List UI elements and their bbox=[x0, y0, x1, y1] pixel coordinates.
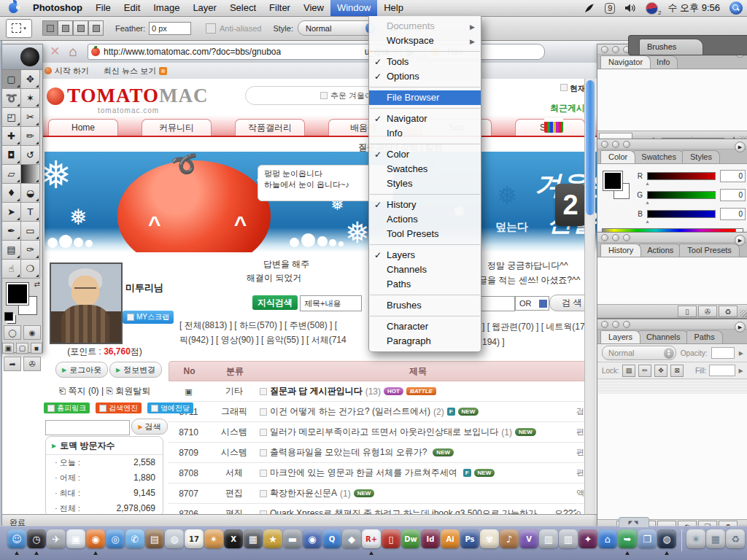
nav-tab[interactable]: 작품갤러리 bbox=[235, 119, 305, 136]
menubar-item[interactable]: Select bbox=[223, 0, 263, 16]
trash-icon[interactable]: ♻ bbox=[719, 306, 738, 317]
opacity-slider-icon[interactable]: ▶ bbox=[739, 350, 743, 357]
dodge-tool[interactable]: ◒ bbox=[21, 184, 40, 203]
palette-tab[interactable]: History bbox=[600, 244, 641, 257]
shop-icon[interactable] bbox=[544, 118, 563, 133]
category-links-line2-right[interactable]: 194) ] bbox=[482, 337, 505, 347]
rectangular-marquee-tool[interactable]: ▢ bbox=[2, 70, 21, 89]
history-brush-tool[interactable]: ↺ bbox=[21, 146, 40, 165]
menu-item[interactable]: ✓ Options ▶ bbox=[369, 69, 481, 84]
preview-icon[interactable]: ▣ bbox=[66, 529, 85, 548]
zoom-window-icon[interactable] bbox=[623, 234, 630, 241]
brushes-palette-tab[interactable]: Brushes bbox=[639, 39, 703, 55]
menu-item[interactable]: ✓ Tool Presets ▶ bbox=[369, 227, 481, 241]
notes-tool[interactable]: ▤ bbox=[2, 241, 21, 260]
menu-item[interactable]: ✓ Styles ▶ bbox=[369, 176, 481, 191]
default-colors-icon[interactable] bbox=[4, 312, 13, 321]
table-row[interactable]: ▣8709 시스템 출력용파일을 모았는데 유형1의 오류가? F HOT bbox=[169, 443, 595, 463]
menu-item[interactable]: ✓ Swatches ▶ bbox=[369, 162, 481, 176]
eyedropper-tool[interactable]: ✑ bbox=[21, 241, 40, 260]
menu-item[interactable]: ✓ File Browser ▶ bbox=[369, 90, 481, 105]
resize-grip[interactable] bbox=[740, 310, 747, 317]
knowledge-search-button[interactable]: 지식검색 bbox=[252, 295, 298, 310]
post-title-link[interactable]: 마크안에 있는 영문과 한글 서체를 가르쳐주세여 bbox=[270, 467, 457, 479]
fill-slider-icon[interactable]: ▶ bbox=[738, 368, 743, 374]
palette-tab[interactable]: Swatches bbox=[633, 150, 684, 163]
minimize-icon[interactable] bbox=[612, 141, 619, 148]
mac-box-icon[interactable]: ❐ bbox=[638, 529, 657, 548]
palette-tab[interactable]: Info bbox=[649, 55, 678, 69]
address-book-icon[interactable]: ▤ bbox=[145, 529, 164, 548]
post-title-link[interactable]: 이건 어떻게 하는 건가요? (일러스트에서) bbox=[270, 405, 430, 418]
indesign-icon[interactable]: Id bbox=[421, 529, 440, 548]
r-app-icon[interactable]: R+ bbox=[362, 529, 381, 548]
vise-icon[interactable]: V bbox=[519, 529, 538, 548]
healing-brush-tool[interactable]: ✚ bbox=[2, 127, 21, 146]
safari-icon[interactable]: ◎ bbox=[106, 529, 125, 548]
itunes-icon[interactable]: ◍ bbox=[165, 529, 184, 548]
clapboard-app-icon[interactable]: ▬ bbox=[283, 529, 302, 548]
classic-environment-icon[interactable]: 9 bbox=[605, 3, 615, 14]
menu-item[interactable]: ✓ Paths ▶ bbox=[369, 277, 481, 292]
palette-menu-icon[interactable]: ▶ bbox=[735, 235, 746, 246]
fill-field[interactable] bbox=[709, 365, 735, 376]
or-select[interactable]: OR bbox=[515, 296, 549, 311]
gradient-tool[interactable] bbox=[21, 165, 40, 184]
type-tool[interactable]: T bbox=[21, 203, 40, 222]
menu-clock[interactable]: 수 오후 9:56 bbox=[667, 1, 720, 15]
guitar-app-icon[interactable]: ♪ bbox=[500, 529, 519, 548]
table-row[interactable]: ▣8708 서체 마크안에 있는 영문과 한글 서체를 가르쳐주세여 F HOT bbox=[169, 463, 595, 483]
memo-link[interactable]: 쪽지 (0) bbox=[69, 386, 99, 396]
palette-tab[interactable]: Styles bbox=[682, 150, 720, 163]
slider-thumb[interactable]: ▲ bbox=[645, 181, 650, 186]
nav-tab[interactable]: Home bbox=[48, 119, 118, 136]
close-icon[interactable] bbox=[601, 141, 608, 148]
my-scrap-button[interactable]: MY스크랩 bbox=[123, 311, 174, 324]
sidebar-search-button[interactable]: ▶ 검색 bbox=[131, 419, 168, 435]
category-links-line1[interactable]: [ 전체(8813) ] [ 하드(570) ] [ 주변(508) ] [ bbox=[179, 319, 337, 332]
menubar-item[interactable]: Image bbox=[147, 0, 186, 16]
sidebar-search-input[interactable] bbox=[45, 420, 130, 435]
feather-input[interactable]: 0 px bbox=[149, 22, 191, 35]
menu-item[interactable]: ✓ Paragraph ▶ bbox=[369, 334, 481, 349]
hand-tool[interactable]: ☝ bbox=[2, 260, 21, 279]
menu-item[interactable]: ✓ ▶ bbox=[369, 48, 481, 55]
menu-item[interactable]: ✓ Layers ▶ bbox=[369, 248, 481, 262]
palette-tab[interactable]: Channels bbox=[638, 330, 688, 343]
subtract-selection-button[interactable] bbox=[73, 20, 88, 36]
tray-trash-icon[interactable]: ♻ bbox=[726, 529, 745, 548]
foreground-color-swatch[interactable] bbox=[603, 171, 622, 190]
volume-icon[interactable] bbox=[624, 3, 636, 13]
add-selection-button[interactable] bbox=[58, 20, 73, 36]
move-tool[interactable]: ✥ bbox=[21, 70, 40, 89]
eraser-tool[interactable]: ▱ bbox=[2, 165, 21, 184]
menu-item[interactable]: ✓ Character ▶ bbox=[369, 319, 481, 334]
table-row[interactable]: ▣8706 편집 Quark Xpress로 책편집 좀 하려고 하는데 ibo… bbox=[169, 504, 595, 515]
fullscreen-menubar-button[interactable]: ▢ bbox=[16, 343, 28, 354]
menu-item[interactable]: ✓ Workspace ▶ bbox=[369, 34, 481, 48]
site-logo[interactable]: TOMATO MAC bbox=[47, 85, 209, 107]
channel-slider[interactable]: ▲ bbox=[647, 172, 716, 180]
palette-tab[interactable]: Layers bbox=[600, 330, 640, 343]
dark-app-icon[interactable]: ▦ bbox=[244, 529, 263, 548]
palette-menu-icon[interactable]: ▶ bbox=[735, 322, 746, 332]
imovie-icon[interactable]: ★ bbox=[263, 529, 282, 548]
orange-app-icon[interactable]: ✴ bbox=[204, 529, 223, 548]
zoom-window-icon[interactable] bbox=[623, 321, 630, 328]
jump-to-imageready-button[interactable]: ➦ bbox=[4, 357, 21, 371]
magic-wand-tool[interactable]: ✶ bbox=[21, 89, 40, 108]
menu-item[interactable]: ✓ History ▶ bbox=[369, 198, 481, 212]
clock-icon[interactable]: ◷ bbox=[27, 529, 46, 548]
table-row[interactable]: ▣8711 그래픽 이건 어떻게 하는 건가요? (일러스트에서) (2) F … bbox=[169, 402, 595, 422]
system-app-icon[interactable]: ◆ bbox=[342, 529, 361, 548]
menubar-item[interactable]: Filter bbox=[263, 0, 297, 16]
edit-info-button[interactable]: ▶ 정보변경 bbox=[109, 362, 162, 378]
dreamweaver-icon[interactable]: Dw bbox=[401, 529, 420, 548]
standard-mode-button[interactable]: ◯ bbox=[4, 325, 21, 340]
menubar-item[interactable]: View bbox=[297, 0, 330, 16]
menu-item[interactable]: ✓ Brushes ▶ bbox=[369, 298, 481, 313]
menu-item[interactable]: ✓ ▶ bbox=[369, 241, 481, 248]
page-scrollbar[interactable] bbox=[584, 79, 595, 515]
apple-menu[interactable] bbox=[0, 3, 26, 13]
menu-item[interactable]: ✓ ▶ bbox=[369, 191, 481, 198]
